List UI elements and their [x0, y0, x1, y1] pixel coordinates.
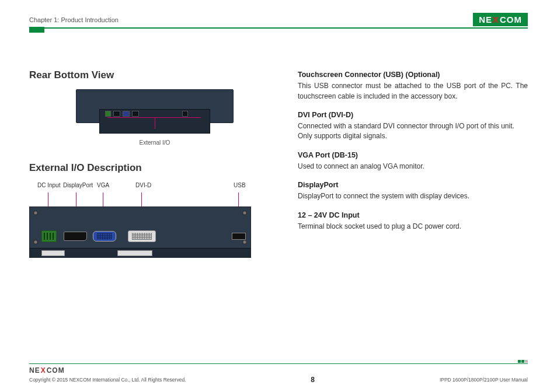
section-heading: DVI Port (DVI-D): [298, 110, 528, 120]
mini-port-dc: [105, 111, 111, 117]
brand-logo: NEXCOM: [473, 13, 528, 26]
fig1-caption: External I/O: [29, 139, 280, 146]
copyright-text: Copyright © 2015 NEXCOM International Co…: [29, 377, 186, 383]
callout-hbar: [107, 117, 201, 118]
section-body: Connected with a standard DVI connector …: [298, 121, 528, 142]
section-body: Used to connect an analog VGA monitor.: [298, 162, 528, 172]
page-number: 8: [311, 376, 315, 384]
port-dvi-d: [128, 230, 156, 242]
description-column: Touchscreen Connector (USB) (Optional)Th…: [298, 69, 528, 268]
callout-stem: [155, 117, 155, 129]
footer-squares-decor: [518, 360, 528, 363]
mini-port-vga: [123, 111, 130, 117]
mini-port-usb: [182, 111, 188, 117]
port-vga: [93, 231, 116, 242]
external-io-figure: [29, 192, 251, 262]
screw-icon: [33, 240, 38, 244]
doc-title: IPPD 1600P/1800P/2100P User Manual: [440, 377, 528, 383]
label-dc-input: DC Input: [37, 182, 60, 188]
chapter-title: Chapter 1: Product Introduction: [29, 16, 119, 23]
port-usb: [232, 233, 246, 240]
section-body: Terminal block socket used to plug a DC …: [298, 222, 528, 232]
section-body: This USB connector must be attached to t…: [298, 81, 528, 102]
label-vga: VGA: [97, 182, 109, 188]
port-displayport: [64, 232, 87, 241]
page-header: Chapter 1: Product Introduction NEXCOM: [29, 13, 528, 26]
footer-brand-logo: NEXCOM: [29, 366, 528, 374]
base-label-decor: [117, 250, 152, 256]
footer-rule: [29, 363, 528, 365]
rear-bottom-view-heading: Rear Bottom View: [29, 69, 280, 81]
label-dvi-d: DVI-D: [135, 182, 151, 188]
fig2-labels: DC Input DisplayPort VGA DVI-D USB: [29, 182, 251, 190]
mini-port-dp: [113, 111, 120, 117]
screw-icon: [33, 211, 38, 215]
label-displayport: DisplayPort: [63, 182, 93, 188]
section-heading: VGA Port (DB-15): [298, 150, 528, 160]
page-footer: NEXCOM Copyright © 2015 NEXCOM Internati…: [29, 363, 528, 384]
header-rule: [29, 27, 528, 29]
section-heading: Touchscreen Connector (USB) (Optional): [298, 69, 528, 80]
header-tab-decor: [29, 27, 44, 33]
screw-icon: [242, 240, 247, 244]
section-heading: DisplayPort: [298, 180, 528, 190]
section-body: DisplayPort to connect the system with d…: [298, 191, 528, 201]
device-base-strip: [30, 248, 250, 257]
device-bottom-chassis: [29, 206, 251, 258]
section-heading: 12 – 24V DC Input: [298, 210, 528, 220]
mini-port-dvi: [132, 111, 139, 117]
rear-bottom-view-figure: [76, 89, 234, 136]
port-dc-input: [41, 230, 57, 242]
screw-icon: [242, 211, 247, 215]
mini-port-strip: [105, 111, 188, 117]
external-io-heading: External I/O Description: [29, 162, 280, 174]
base-label-decor: [41, 250, 65, 256]
label-usb: USB: [234, 182, 246, 188]
